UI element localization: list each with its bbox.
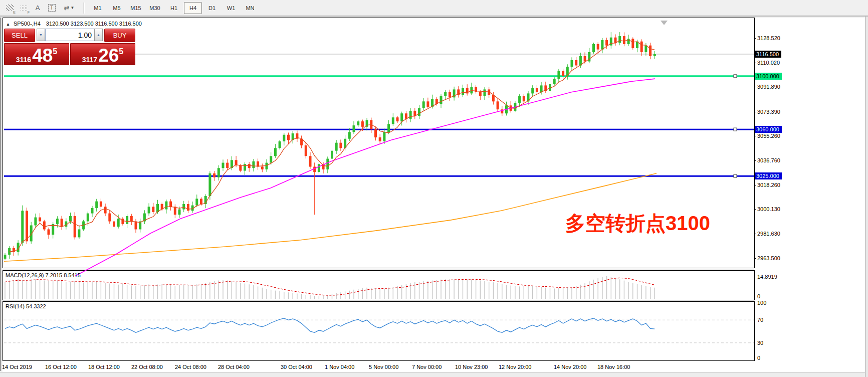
date-tick-label: 5 Nov 00:00 bbox=[369, 364, 398, 370]
date-tick-label: 28 Oct 04:00 bbox=[218, 364, 250, 370]
rsi-axis-label: 0 bbox=[757, 355, 760, 361]
rsi-label: RSI(14) 54.3322 bbox=[6, 303, 46, 309]
toolbar-separator bbox=[83, 3, 85, 14]
sell-price-fraction: 5 bbox=[53, 47, 57, 56]
date-tick-label: 30 Oct 04:00 bbox=[281, 364, 312, 370]
price-tick-label: 3110.020 bbox=[757, 60, 780, 66]
symbol-arrow-icon: ▲ bbox=[6, 22, 10, 27]
date-tick-label: 18 Nov 16:00 bbox=[597, 364, 630, 370]
sell-price-display[interactable]: 3116 48 5 bbox=[4, 43, 69, 65]
grid-template-icon[interactable]: F bbox=[17, 2, 30, 14]
price-tick-label: 3018.260 bbox=[757, 182, 780, 188]
price-tick-mark bbox=[754, 234, 756, 234]
sell-price-handle: 3116 bbox=[16, 56, 31, 63]
date-tick-label: 14 Nov 20:00 bbox=[554, 364, 586, 370]
window-right-border bbox=[865, 17, 868, 377]
date-tick-label: 7 Nov 00:00 bbox=[412, 364, 442, 370]
rsi-indicator-panel[interactable] bbox=[3, 301, 755, 361]
date-tick-label: 14 Oct 2019 bbox=[2, 364, 32, 370]
volume-decrease-button[interactable]: ▼ bbox=[37, 29, 45, 41]
text-label-icon[interactable]: A bbox=[31, 2, 44, 14]
date-tick-label: 10 Nov 23:00 bbox=[455, 364, 488, 370]
tf-button-m30[interactable]: M30 bbox=[146, 2, 164, 14]
text-box-icon[interactable]: T bbox=[45, 2, 58, 14]
symbol-label: SP500-,H4 bbox=[14, 21, 41, 27]
indicators-icon[interactable]: E bbox=[3, 2, 16, 14]
price-tick-label: 3073.390 bbox=[757, 109, 780, 115]
tf-button-mn[interactable]: MN bbox=[241, 2, 259, 14]
rsi-axis-label: 100 bbox=[757, 300, 766, 306]
tf-button-d1[interactable]: D1 bbox=[203, 2, 221, 14]
price-tick-label: 3055.260 bbox=[757, 133, 780, 139]
macd-label: MACD(12,26,9) 7.2015 8.5415 bbox=[6, 272, 81, 278]
price-tick-label: 2963.500 bbox=[757, 255, 780, 261]
date-tick-label: 24 Oct 08:00 bbox=[175, 364, 206, 370]
price-tick-label: 3036.760 bbox=[757, 157, 780, 163]
chevron-down-icon: ▼ bbox=[70, 6, 74, 10]
cycle-styles-icon[interactable]: ⇄▼ bbox=[59, 2, 79, 14]
buy-price-handle: 3117 bbox=[82, 56, 97, 63]
window-left-border bbox=[0, 18, 2, 371]
one-click-trading-widget: SELL ▼ ▲ BUY 3116 48 5 3117 26 5 bbox=[4, 29, 135, 65]
trade-prices-row: 3116 48 5 3117 26 5 bbox=[4, 43, 135, 65]
macd-indicator-panel[interactable] bbox=[3, 270, 755, 300]
chart-annotation-text: 多空转折点3100 bbox=[565, 210, 710, 237]
sell-button[interactable]: SELL bbox=[4, 29, 35, 42]
price-tick-mark bbox=[754, 87, 756, 87]
price-tick-mark bbox=[754, 185, 756, 185]
macd-axis-label: 0 bbox=[757, 293, 760, 299]
price-tick-mark bbox=[754, 112, 756, 112]
price-tick-label: 3091.890 bbox=[757, 84, 780, 90]
date-tick-label: 12 Nov 20:00 bbox=[499, 364, 531, 370]
arrow-up-icon: ▲ bbox=[97, 33, 100, 37]
chart-title: ▲ SP500-,H4 3120.500 3123.500 3116.500 3… bbox=[6, 21, 142, 27]
buy-price-display[interactable]: 3117 26 5 bbox=[70, 43, 135, 65]
tf-button-m5[interactable]: M5 bbox=[108, 2, 126, 14]
price-level-badge: 3060.000 bbox=[755, 126, 782, 133]
trade-controls-row: SELL ▼ ▲ BUY bbox=[4, 29, 135, 42]
price-axis[interactable] bbox=[754, 18, 865, 372]
status-strip bbox=[0, 372, 868, 377]
toolbar: E F A T ⇄▼ M1 M5 M15 M30 H1 H4 D1 W1 MN bbox=[0, 0, 868, 17]
rsi-axis-label: 70 bbox=[757, 317, 763, 323]
rsi-axis-label: 30 bbox=[757, 340, 763, 346]
tf-button-m15[interactable]: M15 bbox=[127, 2, 145, 14]
price-tick-label: 3128.520 bbox=[757, 35, 780, 41]
price-tick-mark bbox=[754, 258, 756, 259]
price-tick-mark bbox=[754, 38, 756, 39]
tf-button-h4[interactable]: H4 bbox=[184, 2, 202, 14]
current-price-badge: 3116.500 bbox=[755, 51, 781, 58]
buy-price-pips: 26 bbox=[98, 48, 119, 63]
price-tick-label: 3000.130 bbox=[757, 206, 780, 212]
ohlc-values: 3120.500 3123.500 3116.500 3116.500 bbox=[46, 21, 142, 27]
price-level-badge: 3100.000 bbox=[755, 73, 782, 80]
price-tick-mark bbox=[754, 136, 756, 136]
tf-button-w1[interactable]: W1 bbox=[222, 2, 240, 14]
price-tick-mark bbox=[754, 160, 756, 161]
macd-axis-label: 14.8919 bbox=[757, 274, 777, 280]
date-tick-label: 16 Oct 12:00 bbox=[45, 364, 77, 370]
arrow-down-icon: ▼ bbox=[39, 33, 43, 37]
volume-increase-button[interactable]: ▲ bbox=[94, 29, 103, 41]
date-tick-label: 22 Oct 08:00 bbox=[131, 364, 163, 370]
price-tick-mark bbox=[754, 209, 756, 210]
date-tick-label: 1 Nov 04:00 bbox=[325, 364, 354, 370]
price-tick-mark bbox=[754, 63, 756, 63]
tf-button-h1[interactable]: H1 bbox=[165, 2, 183, 14]
volume-input[interactable] bbox=[45, 29, 94, 41]
chart-shift-marker-icon bbox=[661, 21, 668, 25]
buy-button[interactable]: BUY bbox=[104, 29, 135, 42]
date-tick-label: 18 Oct 12:00 bbox=[88, 364, 120, 370]
price-tick-label: 2981.630 bbox=[757, 231, 780, 237]
sell-price-pips: 48 bbox=[32, 48, 53, 63]
buy-price-fraction: 5 bbox=[119, 47, 123, 56]
price-level-badge: 3025.000 bbox=[755, 172, 782, 179]
tf-button-m1[interactable]: M1 bbox=[89, 2, 107, 14]
